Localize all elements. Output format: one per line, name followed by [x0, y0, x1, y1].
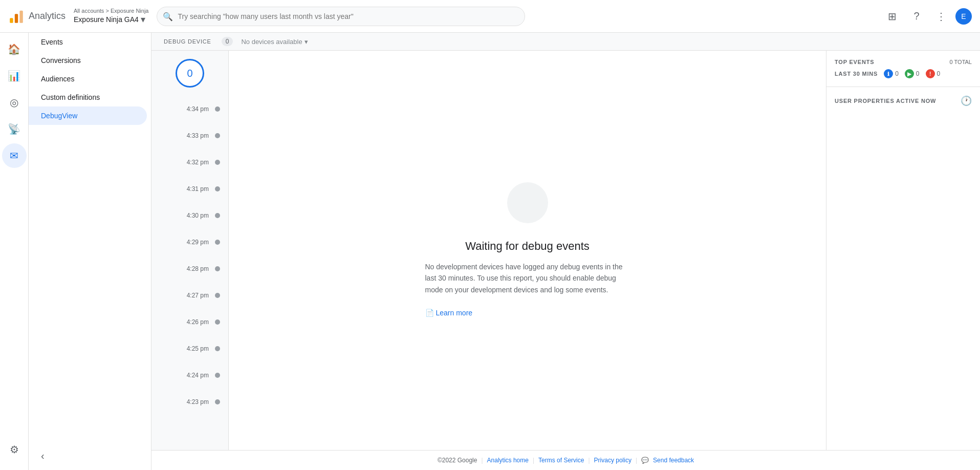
timeline-dot-3 — [215, 186, 220, 191]
search-input[interactable] — [157, 7, 525, 26]
timeline-row: 4:28 pm — [184, 255, 220, 282]
timeline-time-4: 4:30 pm — [184, 212, 209, 219]
footer-sep-1: | — [481, 457, 483, 464]
help-icon-button[interactable]: ? — [906, 6, 927, 27]
timeline-time-10: 4:24 pm — [184, 372, 209, 379]
timeline-dot-6 — [215, 266, 220, 271]
content-area: DEBUG DEVICE 0 No devices available ▾ 0 … — [151, 33, 980, 470]
top-events-header: TOP EVENTS 0 TOTAL — [835, 59, 972, 65]
debug-bar: DEBUG DEVICE 0 No devices available ▾ — [151, 33, 980, 51]
timeline-row: 4:34 pm — [184, 96, 220, 122]
account-name-button[interactable]: Exposure Ninja GA4 ▾ — [74, 14, 148, 25]
nav-settings-icon[interactable]: ⚙ — [2, 437, 27, 462]
timeline-time-5: 4:29 pm — [184, 239, 209, 246]
panels-row: 0 4:34 pm 4:33 pm 4:32 pm 4 — [151, 51, 980, 450]
timeline-time-0: 4:34 pm — [184, 105, 209, 113]
topbar: Analytics All accounts > Exposure Ninja … — [0, 0, 980, 33]
footer-sep-3: | — [588, 457, 590, 464]
logo: Analytics — [8, 8, 66, 25]
timeline-items: 4:34 pm 4:33 pm 4:32 pm 4:31 pm — [151, 96, 228, 415]
timeline-time-2: 4:32 pm — [184, 159, 209, 166]
send-feedback-icon: 💬 — [641, 457, 649, 464]
footer-sep-2: | — [533, 457, 534, 464]
sidebar-item-custom-definitions[interactable]: Custom definitions — [29, 88, 147, 106]
sidebar-item-audiences[interactable]: Audiences — [29, 70, 147, 88]
analytics-home-link[interactable]: Analytics home — [487, 457, 529, 464]
timeline-dot-9 — [215, 346, 220, 351]
green-badge: ▶ 0 — [905, 69, 920, 78]
learn-more-link[interactable]: 📄 Learn more — [425, 307, 473, 318]
send-feedback-link[interactable]: Send feedback — [653, 457, 694, 464]
learn-more-doc-icon: 📄 — [425, 307, 434, 318]
timeline-dot-10 — [215, 373, 220, 378]
events-row: LAST 30 MINS ℹ 0 ▶ 0 ! 0 — [835, 69, 972, 78]
sidebar-item-conversions[interactable]: Conversions — [29, 51, 147, 70]
waiting-box: Waiting for debug events No development … — [405, 162, 650, 339]
top-events-card: TOP EVENTS 0 TOTAL LAST 30 MINS ℹ 0 ▶ 0 — [826, 51, 980, 87]
timeline-row: 4:33 pm — [184, 122, 220, 149]
timeline-row: 4:29 pm — [184, 229, 220, 255]
svg-rect-0 — [10, 18, 13, 23]
right-panel: TOP EVENTS 0 TOTAL LAST 30 MINS ℹ 0 ▶ 0 — [826, 51, 980, 450]
timeline-row: 4:27 pm — [184, 282, 220, 309]
top-events-title: TOP EVENTS — [835, 59, 874, 65]
sidebar-collapse-button[interactable]: ‹ — [29, 442, 151, 470]
history-icon[interactable]: 🕐 — [961, 95, 972, 106]
privacy-policy-link[interactable]: Privacy policy — [594, 457, 631, 464]
waiting-title: Waiting for debug events — [425, 240, 630, 253]
user-properties-title: USER PROPERTIES ACTIVE NOW — [835, 98, 936, 104]
main-layout: 🏠 📊 ◎ 📡 ✉ ⚙ Events Conversions Audiences… — [0, 33, 980, 470]
waiting-description: No development devices have logged any d… — [425, 261, 630, 318]
terms-of-service-link[interactable]: Terms of Service — [538, 457, 584, 464]
search-icon: 🔍 — [163, 11, 173, 21]
blue-badge-icon: ℹ — [884, 69, 893, 78]
debug-device-label: DEBUG DEVICE — [164, 38, 211, 45]
timeline-time-3: 4:31 pm — [184, 185, 209, 193]
timeline-panel: 0 4:34 pm 4:33 pm 4:32 pm 4 — [151, 51, 228, 450]
app-name: Analytics — [29, 11, 66, 22]
timeline-row: 4:23 pm — [184, 389, 220, 415]
timeline-time-6: 4:28 pm — [184, 265, 209, 272]
blue-badge: ℹ 0 — [884, 69, 899, 78]
footer-sep-4: | — [636, 457, 637, 464]
footer: ©2022 Google | Analytics home | Terms of… — [151, 450, 980, 470]
blue-count: 0 — [895, 70, 899, 77]
timeline-time-1: 4:33 pm — [184, 132, 209, 139]
timeline-dot-1 — [215, 133, 220, 138]
nav-configure-icon[interactable]: ✉ — [2, 143, 27, 168]
nav-bottom: ⚙ — [2, 437, 27, 470]
device-selector[interactable]: No devices available ▾ — [241, 38, 308, 46]
svg-rect-2 — [19, 10, 23, 23]
timeline-dot-8 — [215, 319, 220, 325]
timeline-row: 4:32 pm — [184, 149, 220, 176]
nav-advertising-icon[interactable]: 📡 — [2, 117, 27, 141]
timeline-time-7: 4:27 pm — [184, 292, 209, 299]
timeline-dot-2 — [215, 160, 220, 165]
left-nav: 🏠 📊 ◎ 📡 ✉ ⚙ — [0, 33, 29, 470]
avatar[interactable]: E — [955, 8, 972, 25]
apps-icon-button[interactable]: ⊞ — [882, 6, 902, 27]
sidebar-item-events[interactable]: Events — [29, 33, 147, 51]
device-dropdown-icon: ▾ — [304, 38, 308, 46]
more-options-icon-button[interactable]: ⋮ — [931, 6, 951, 27]
green-count: 0 — [916, 70, 920, 77]
analytics-logo-icon — [8, 8, 25, 25]
top-events-total: 0 TOTAL — [950, 59, 972, 65]
timeline-row: 4:26 pm — [184, 309, 220, 335]
nav-explore-icon[interactable]: ◎ — [2, 90, 27, 115]
timeline-row: 4:31 pm — [184, 176, 220, 202]
last-30-mins-label: LAST 30 MINS — [835, 71, 878, 77]
nav-home-icon[interactable]: 🏠 — [2, 37, 27, 61]
search-bar: 🔍 — [157, 7, 525, 26]
nav-reports-icon[interactable]: 📊 — [2, 63, 27, 88]
user-properties-card: USER PROPERTIES ACTIVE NOW 🕐 — [826, 87, 980, 450]
timeline-dot-4 — [215, 213, 220, 218]
timeline-dot-11 — [215, 399, 220, 404]
red-badge: ! 0 — [926, 69, 941, 78]
waiting-circle-icon — [507, 182, 548, 223]
copyright-text: ©2022 Google — [438, 457, 477, 464]
timeline-time-8: 4:26 pm — [184, 318, 209, 326]
sidebar-item-debugview[interactable]: DebugView — [29, 106, 147, 125]
account-info: All accounts > Exposure Ninja Exposure N… — [74, 8, 148, 25]
red-count: 0 — [937, 70, 941, 77]
